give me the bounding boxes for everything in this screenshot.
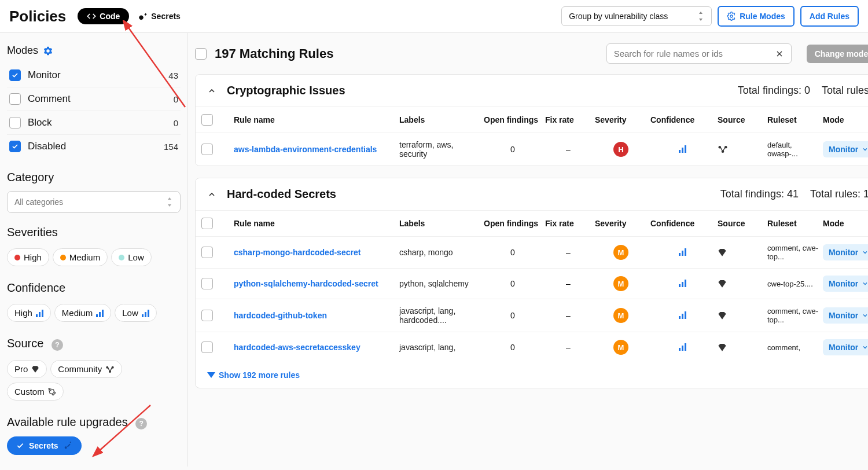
mode-dropdown[interactable]: Monitor — [823, 339, 868, 355]
rule-name-link[interactable]: hardcoded-github-token — [234, 311, 396, 320]
main-header: 197 Matching Rules Change modes (0) — [195, 43, 868, 64]
column-header: Source — [718, 115, 764, 124]
column-header: Open findings — [484, 219, 542, 228]
select-group-checkbox[interactable] — [201, 218, 213, 229]
severity-chip[interactable]: Medium — [53, 248, 108, 266]
column-header: Mode — [823, 219, 868, 228]
category-title: Category — [7, 171, 181, 184]
help-icon[interactable]: ? — [52, 339, 63, 351]
upgrades-title: Available rule upgrades ? — [7, 416, 181, 429]
chevron-up-icon — [207, 86, 216, 96]
search-input[interactable] — [614, 49, 775, 58]
mode-count: 43 — [168, 71, 178, 80]
rule-checkbox[interactable] — [201, 310, 213, 321]
group-header[interactable]: Cryptographic Issues Total findings: 0To… — [196, 75, 868, 107]
column-header: Confidence — [650, 115, 714, 124]
select-group-checkbox[interactable] — [201, 114, 213, 126]
rule-modes-label: Rule Modes — [740, 12, 785, 21]
mode-dropdown[interactable]: Monitor — [823, 276, 868, 292]
select-arrows-icon — [697, 12, 704, 21]
search-box[interactable] — [606, 43, 792, 64]
group-header[interactable]: Hard-coded Secrets Total findings: 41Tot… — [196, 178, 868, 210]
show-more-link[interactable]: Show 192 more rules — [196, 362, 868, 388]
add-rules-button[interactable]: Add Rules — [800, 6, 859, 27]
bars-icon — [96, 309, 104, 317]
mode-dropdown[interactable]: Monitor — [823, 244, 868, 260]
mode-row[interactable]: Block 0 — [7, 111, 181, 135]
gear-icon — [727, 12, 736, 21]
tab-code-label: Code — [100, 12, 120, 21]
rule-name-link[interactable]: aws-lambda-environment-credentials — [234, 145, 396, 154]
category-placeholder: All categories — [14, 197, 63, 207]
mode-label: Comment — [28, 93, 174, 105]
network-icon — [718, 145, 728, 153]
severity-chip[interactable]: Low — [111, 248, 152, 266]
rule-checkbox[interactable] — [201, 247, 213, 258]
key-icon — [138, 12, 148, 21]
rule-labels: python, sqlalchemy — [399, 279, 480, 288]
rule-row: hardcoded-aws-secretaccesskey javascript… — [196, 332, 868, 362]
rule-checkbox[interactable] — [201, 278, 213, 289]
open-findings: 0 — [484, 343, 542, 352]
rule-modes-button[interactable]: Rule Modes — [718, 6, 795, 27]
rule-row: hardcoded-github-token javascript, lang,… — [196, 299, 868, 332]
mode-row[interactable]: Comment 0 — [7, 87, 181, 111]
rule-name-link[interactable]: hardcoded-aws-secretaccesskey — [234, 343, 396, 352]
secrets-chip-label: Secrets — [29, 441, 58, 450]
matching-rules-count: 197 Matching Rules — [215, 46, 333, 61]
dot-icon — [119, 255, 124, 260]
rule-checkbox[interactable] — [201, 342, 213, 353]
mode-checkbox[interactable] — [9, 93, 21, 105]
column-header: Labels — [399, 219, 480, 228]
source — [718, 280, 764, 288]
rule-checkbox[interactable] — [201, 144, 213, 155]
column-header: Ruleset — [767, 115, 819, 124]
select-all-checkbox[interactable] — [195, 48, 207, 60]
svg-point-0 — [730, 15, 733, 17]
mode-checkbox[interactable] — [9, 141, 21, 152]
severity-chip[interactable]: High — [7, 248, 49, 266]
confidence — [650, 311, 714, 321]
bars-icon — [142, 309, 149, 317]
rule-labels: javascript, lang, hardcoded.... — [399, 306, 480, 325]
confidence — [650, 343, 714, 352]
mode-dropdown[interactable]: Monitor — [823, 141, 868, 157]
tab-secrets[interactable]: Secrets — [129, 8, 190, 24]
rule-name-link[interactable]: csharp-mongo-hardcoded-secret — [234, 248, 396, 257]
source-chip[interactable]: Pro — [7, 360, 47, 378]
mode-checkbox[interactable] — [9, 117, 21, 128]
fix-rate: – — [545, 248, 591, 257]
mode-checkbox[interactable] — [9, 69, 21, 81]
source — [718, 248, 764, 256]
ruleset: default, owasp-... — [767, 141, 819, 158]
tab-code[interactable]: Code — [78, 8, 129, 24]
mode-cell: Monitor — [823, 339, 868, 355]
change-modes-button[interactable]: Change modes (0) — [807, 45, 868, 63]
category-select[interactable]: All categories — [7, 191, 181, 213]
rule-name-link[interactable]: python-sqlalchemy-hardcoded-secret — [234, 279, 396, 288]
group-by-select[interactable]: Group by vulnerability class — [561, 6, 712, 26]
close-icon[interactable] — [775, 49, 784, 58]
gear-icon[interactable] — [43, 46, 53, 56]
help-icon[interactable]: ? — [135, 418, 147, 429]
secrets-upgrade-chip[interactable]: Secrets — [7, 436, 82, 455]
group-stats: Total findings: 41Total rules: 196 — [709, 188, 868, 200]
mode-dropdown[interactable]: Monitor — [823, 307, 868, 324]
mode-row[interactable]: Disabled 154 — [7, 135, 181, 158]
source-chip[interactable]: Custom — [7, 383, 64, 401]
mode-row[interactable]: Monitor 43 — [7, 64, 181, 87]
source-chip[interactable]: Community — [50, 360, 122, 378]
confidence-chip[interactable]: Medium — [54, 304, 111, 322]
severity: H — [595, 142, 647, 157]
diamond-icon — [718, 248, 727, 256]
confidence-chip[interactable]: High — [7, 304, 51, 322]
open-findings: 0 — [484, 248, 542, 257]
dot-icon — [14, 255, 20, 260]
change-modes-label: Change modes (0) — [815, 49, 868, 58]
rule-labels: terraform, aws, security — [399, 140, 480, 159]
page-title: Policies — [9, 8, 66, 25]
confidence-chip[interactable]: Low — [115, 304, 157, 322]
fix-rate: – — [545, 343, 591, 352]
group-title: Cryptographic Issues — [227, 84, 345, 97]
modes-title: Modes — [7, 45, 181, 57]
